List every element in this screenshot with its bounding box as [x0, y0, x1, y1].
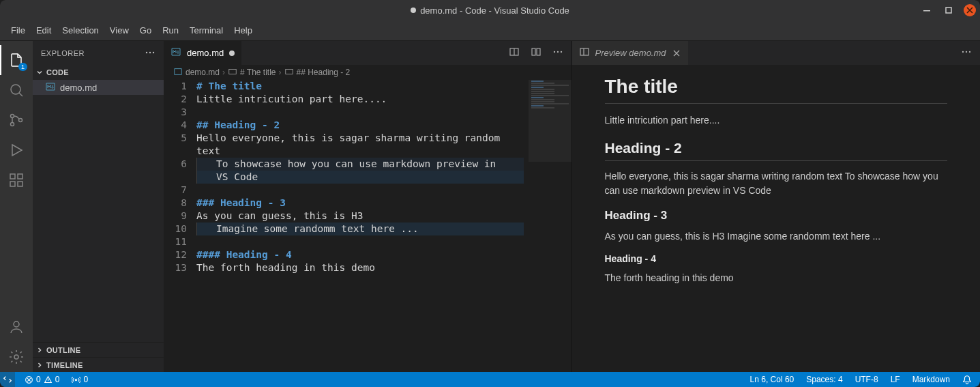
status-ports[interactable]: 0: [69, 375, 91, 384]
markdown-preview[interactable]: The title Little intricution part here..…: [572, 65, 981, 372]
svg-point-18: [553, 51, 554, 52]
status-bar: 0 0 0 Ln 6, Col 60 Spaces: 4 UTF-8 LF Ma…: [0, 372, 980, 387]
heading-icon: [284, 67, 294, 78]
more-actions-icon[interactable]: [550, 44, 566, 63]
status-cursor[interactable]: Ln 6, Col 60: [747, 375, 797, 384]
activity-explorer[interactable]: 1: [0, 45, 33, 75]
preview-icon: [579, 46, 590, 59]
more-actions-icon[interactable]: [958, 44, 975, 63]
tab-dirty-icon: [229, 51, 235, 56]
svg-point-19: [556, 51, 558, 52]
status-problems[interactable]: 0 0: [22, 375, 62, 384]
activity-run-debug[interactable]: [0, 135, 33, 165]
tab-preview[interactable]: Preview demo.md: [572, 41, 689, 65]
status-errors-count: 0: [36, 375, 41, 384]
preview-h3: Heading - 3: [605, 209, 948, 223]
chevron-right-icon: [35, 361, 44, 369]
code-content[interactable]: # The titleLittle intricution part here.…: [196, 80, 571, 372]
menu-help[interactable]: Help: [228, 23, 258, 38]
chevron-right-icon: ›: [222, 68, 225, 77]
svg-point-5: [19, 119, 23, 122]
editor-pane-source: demo.md: [164, 41, 572, 372]
sidebar-title: EXPLORER: [41, 49, 85, 57]
activity-bar: 1: [0, 41, 33, 372]
svg-rect-7: [18, 174, 23, 179]
editor-pane-preview: Preview demo.md The title Little intricu…: [572, 41, 981, 372]
chevron-right-icon: [35, 346, 44, 354]
menu-edit[interactable]: Edit: [31, 23, 57, 38]
tab-filename: demo.md: [187, 48, 224, 58]
svg-rect-0: [923, 10, 930, 12]
menu-terminal[interactable]: Terminal: [184, 23, 228, 38]
sidebar-outline-header[interactable]: OUTLINE: [33, 342, 164, 357]
remote-indicator[interactable]: [0, 372, 15, 387]
svg-point-20: [560, 51, 561, 52]
explorer-badge: 1: [18, 63, 27, 71]
split-editor-icon[interactable]: [528, 44, 544, 63]
close-button[interactable]: [964, 4, 976, 16]
markdown-file-icon: [173, 67, 183, 78]
menu-view[interactable]: View: [104, 23, 134, 38]
preview-p2: Hello everyone, this is sagar sharma wri…: [605, 169, 948, 198]
maximize-button[interactable]: [942, 3, 955, 17]
outline-label: OUTLINE: [46, 346, 80, 354]
titlebar: demo.md - Code - Visual Studio Code: [0, 0, 980, 20]
open-preview-side-icon[interactable]: [506, 44, 522, 63]
chevron-right-icon: ›: [279, 68, 282, 77]
sidebar: EXPLORER CODE demo.md: [33, 41, 164, 372]
menu-selection[interactable]: Selection: [57, 23, 104, 38]
breadcrumb-file[interactable]: demo.md: [185, 68, 220, 77]
menu-run[interactable]: Run: [157, 23, 184, 38]
chevron-down-icon: [35, 68, 44, 76]
menu-go[interactable]: Go: [134, 23, 157, 38]
file-name: demo.md: [60, 83, 97, 93]
tab-row-preview: Preview demo.md: [572, 41, 981, 65]
code-editor[interactable]: 12345678910111213 # The titleLittle intr…: [164, 80, 571, 372]
tab-row-source: demo.md: [164, 41, 571, 65]
svg-point-10: [14, 321, 19, 327]
status-warnings-count: 0: [55, 375, 60, 384]
file-row-demo-md[interactable]: demo.md: [33, 80, 164, 95]
status-ports-count: 0: [83, 375, 88, 384]
activity-accounts[interactable]: [0, 312, 33, 342]
minimize-button[interactable]: [920, 3, 934, 17]
status-spaces[interactable]: Spaces: 4: [803, 375, 845, 384]
activity-source-control[interactable]: [0, 105, 33, 135]
svg-rect-6: [10, 174, 15, 179]
svg-point-14: [153, 51, 154, 53]
breadcrumb-h2[interactable]: ## Heading - 2: [297, 68, 351, 77]
tab-demo-md[interactable]: demo.md: [164, 41, 242, 65]
preview-p1: Little intricution part here....: [605, 113, 948, 128]
svg-point-11: [14, 355, 18, 359]
breadcrumb-h1[interactable]: # The title: [240, 68, 276, 77]
svg-rect-9: [18, 182, 23, 186]
markdown-file-icon: [170, 46, 181, 59]
svg-rect-23: [580, 48, 589, 55]
svg-rect-16: [532, 48, 535, 55]
activity-search[interactable]: [0, 75, 33, 105]
status-eol[interactable]: LF: [888, 375, 903, 384]
svg-rect-17: [537, 48, 540, 55]
menubar: File Edit Selection View Go Run Terminal…: [0, 20, 980, 41]
svg-rect-22: [285, 69, 293, 74]
svg-point-12: [146, 51, 147, 53]
sidebar-more-icon[interactable]: [145, 47, 155, 59]
close-icon[interactable]: [672, 49, 681, 57]
markdown-file-icon: [45, 81, 56, 94]
preview-h4: Heading - 4: [605, 253, 948, 264]
svg-point-24: [962, 51, 964, 52]
status-language[interactable]: Markdown: [910, 375, 953, 384]
menu-file[interactable]: File: [5, 23, 31, 38]
activity-extensions[interactable]: [0, 165, 33, 195]
status-notifications-icon[interactable]: [960, 375, 975, 384]
svg-point-13: [149, 51, 151, 53]
activity-settings[interactable]: [0, 342, 33, 372]
status-encoding[interactable]: UTF-8: [852, 375, 881, 384]
sidebar-timeline-header[interactable]: TIMELINE: [33, 357, 164, 372]
svg-rect-8: [10, 182, 15, 186]
minimap[interactable]: [528, 80, 571, 372]
workspace-name: CODE: [46, 68, 69, 76]
breadcrumbs[interactable]: demo.md › # The title › ## Heading - 2: [164, 65, 571, 80]
sidebar-workspace-header[interactable]: CODE: [33, 65, 164, 80]
preview-h1: The title: [605, 76, 948, 104]
